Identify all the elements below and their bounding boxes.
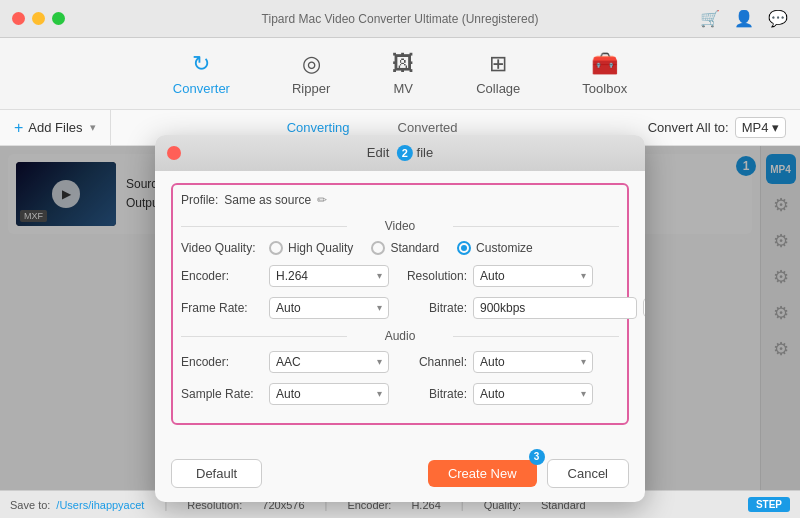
ripper-icon: ◎ <box>302 51 321 77</box>
audio-encoder-label: Encoder: <box>181 355 261 369</box>
channel-select[interactable]: Auto ▾ <box>473 351 593 373</box>
profile-section-border: Profile: Same as source ✏ Video Video Qu… <box>171 183 629 425</box>
convert-all-label: Convert All to: <box>648 120 729 135</box>
encoder-resolution-row: Encoder: H.264 ▾ Resolution: Auto ▾ <box>181 265 619 287</box>
audio-bitrate-pair: Bitrate: Auto ▾ <box>397 383 619 405</box>
chevron-down-icon: ▾ <box>377 356 382 367</box>
maximize-button[interactable] <box>52 12 65 25</box>
sample-rate-label: Sample Rate: <box>181 387 261 401</box>
step-3-badge: 3 <box>529 449 545 465</box>
nav-toolbox[interactable]: 🧰 Toolbox <box>566 45 643 102</box>
main-area: ▶ MXF Source: MXFmxf ⓘ Output: MXFmp4 ✏ … <box>0 146 800 490</box>
resolution-pair: Resolution: Auto ▾ <box>397 265 619 287</box>
minimize-button[interactable] <box>32 12 45 25</box>
profile-row: Profile: Same as source ✏ <box>181 193 619 207</box>
nav-converter[interactable]: ↻ Converter <box>157 45 246 102</box>
modal-close-button[interactable]: ✕ <box>167 146 181 160</box>
add-files-button[interactable]: + Add Files ▾ <box>0 110 111 145</box>
chevron-down-icon: ▾ <box>377 302 382 313</box>
nav-collage[interactable]: ⊞ Collage <box>460 45 536 102</box>
edit-profile-modal: ✕ Edit 2 file Profile: Same as source ✏ <box>155 135 645 502</box>
audio-bitrate-select[interactable]: Auto ▾ <box>473 383 593 405</box>
modal-overlay: ✕ Edit 2 file Profile: Same as source ✏ <box>0 146 800 490</box>
resolution-label: Resolution: <box>397 269 467 283</box>
default-button[interactable]: Default <box>171 459 262 488</box>
cancel-button[interactable]: Cancel <box>547 459 629 488</box>
framerate-bitrate-row: Frame Rate: Auto ▾ Bitrate: ▾ <box>181 297 619 319</box>
chevron-down-icon: ▾ <box>581 356 586 367</box>
bitrate-unit-select[interactable]: ▾ <box>643 298 645 317</box>
nav-converter-label: Converter <box>173 81 230 96</box>
chevron-down-icon: ▾ <box>581 388 586 399</box>
quality-customize-circle <box>457 241 471 255</box>
cart-icon[interactable]: 🛒 <box>700 9 720 28</box>
audio-encoder-channel-row: Encoder: AAC ▾ Channel: Auto ▾ <box>181 351 619 373</box>
modal-title: Edit 2 file <box>367 145 433 161</box>
resolution-select[interactable]: Auto ▾ <box>473 265 593 287</box>
collage-icon: ⊞ <box>489 51 507 77</box>
traffic-lights <box>12 12 65 25</box>
save-path: /Users/ihappyacet <box>56 499 144 511</box>
navbar: ↻ Converter ◎ Ripper 🖼 MV ⊞ Collage 🧰 To… <box>0 38 800 110</box>
mv-icon: 🖼 <box>392 51 414 77</box>
nav-mv[interactable]: 🖼 MV <box>376 45 430 102</box>
profile-edit-icon[interactable]: ✏ <box>317 193 327 207</box>
sample-rate-bitrate-row: Sample Rate: Auto ▾ Bitrate: Auto ▾ <box>181 383 619 405</box>
message-icon[interactable]: 💬 <box>768 9 788 28</box>
quality-high-circle <box>269 241 283 255</box>
quality-customize-radio[interactable]: Customize <box>457 241 533 255</box>
create-new-button[interactable]: Create New <box>428 460 537 487</box>
converter-icon: ↻ <box>192 51 210 77</box>
audio-section-divider: Audio <box>181 329 619 343</box>
video-section-divider: Video <box>181 219 619 233</box>
chevron-down-icon: ▾ <box>90 121 96 134</box>
channel-pair: Channel: Auto ▾ <box>397 351 619 373</box>
bitrate-input[interactable] <box>473 297 637 319</box>
quality-high-radio[interactable]: High Quality <box>269 241 353 255</box>
quality-standard-radio[interactable]: Standard <box>371 241 439 255</box>
video-quality-radio-group: High Quality Standard Customize <box>269 241 533 255</box>
convert-all-area: Convert All to: MP4 ▾ <box>634 117 800 138</box>
create-new-wrapper: Create New 3 <box>428 459 537 488</box>
bitrate-label: Bitrate: <box>397 301 467 315</box>
nav-mv-label: MV <box>393 81 413 96</box>
nav-toolbox-label: Toolbox <box>582 81 627 96</box>
modal-body: Profile: Same as source ✏ Video Video Qu… <box>155 171 645 449</box>
video-quality-label: Video Quality: <box>181 241 261 255</box>
chevron-down-icon: ▾ <box>581 270 586 281</box>
chevron-down-icon: ▾ <box>377 388 382 399</box>
video-quality-row: Video Quality: High Quality Standard <box>181 241 619 255</box>
modal-footer: Default Create New 3 Cancel <box>155 449 645 502</box>
nav-collage-label: Collage <box>476 81 520 96</box>
chevron-down-icon: ▾ <box>377 270 382 281</box>
titlebar-icons: 🛒 👤 💬 <box>700 9 788 28</box>
close-button[interactable] <box>12 12 25 25</box>
titlebar: Tipard Mac Video Converter Ultimate (Unr… <box>0 0 800 38</box>
save-to-area: Save to: /Users/ihappyacet <box>10 499 144 511</box>
chevron-down-icon: ▾ <box>772 120 779 135</box>
frame-rate-label: Frame Rate: <box>181 301 261 315</box>
audio-encoder-select[interactable]: AAC ▾ <box>269 351 389 373</box>
add-files-label: Add Files <box>28 120 82 135</box>
profile-value: Same as source <box>224 193 311 207</box>
toolbox-icon: 🧰 <box>591 51 618 77</box>
plus-icon: + <box>14 119 23 137</box>
frame-rate-select[interactable]: Auto ▾ <box>269 297 389 319</box>
encoder-label: Encoder: <box>181 269 261 283</box>
audio-bitrate-label: Bitrate: <box>397 387 467 401</box>
channel-label: Channel: <box>397 355 467 369</box>
user-icon[interactable]: 👤 <box>734 9 754 28</box>
convert-all-format-selector[interactable]: MP4 ▾ <box>735 117 786 138</box>
app-title: Tipard Mac Video Converter Ultimate (Unr… <box>262 12 539 26</box>
nav-ripper[interactable]: ◎ Ripper <box>276 45 346 102</box>
save-to-label: Save to: <box>10 499 50 511</box>
footer-right-buttons: Create New 3 Cancel <box>428 459 629 488</box>
step-2-badge: 2 <box>397 145 417 160</box>
sample-rate-select[interactable]: Auto ▾ <box>269 383 389 405</box>
nav-ripper-label: Ripper <box>292 81 330 96</box>
encoder-select[interactable]: H.264 ▾ <box>269 265 389 287</box>
modal-titlebar: ✕ Edit 2 file <box>155 135 645 171</box>
bitrate-pair: Bitrate: ▾ <box>397 297 645 319</box>
step-badge: STEP <box>748 497 790 512</box>
quality-standard-circle <box>371 241 385 255</box>
